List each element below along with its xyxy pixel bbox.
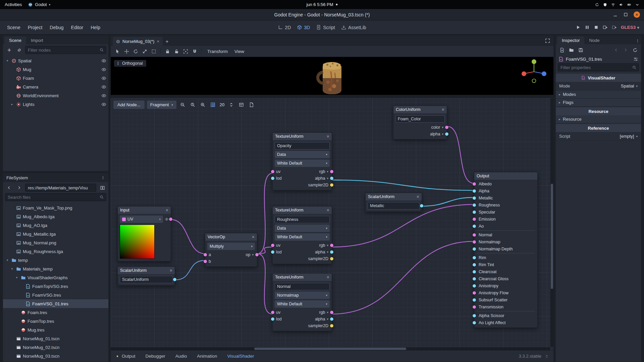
- graph-hscrollbar[interactable]: [111, 347, 550, 350]
- projection-label[interactable]: Orthogonal: [114, 60, 146, 67]
- visibility-toggle[interactable]: [101, 76, 106, 81]
- input-port[interactable]: [473, 270, 476, 274]
- nav-forward-button[interactable]: [15, 184, 23, 192]
- close-node-icon[interactable]: ×: [327, 275, 329, 280]
- output-port[interactable]: [255, 253, 259, 256]
- input-port[interactable]: [271, 250, 274, 254]
- preview-toggle-icon[interactable]: ▾: [327, 244, 328, 247]
- viewport-menu[interactable]: Transform: [204, 48, 231, 55]
- snap-spinner-icon[interactable]: [227, 101, 235, 109]
- preview-toggle-icon[interactable]: ▾: [442, 126, 443, 129]
- history-forward-button[interactable]: [622, 46, 630, 54]
- file-tree-row[interactable]: Mug_Albedo.tga: [3, 212, 108, 221]
- visibility-toggle[interactable]: [101, 102, 106, 107]
- chevron-down-icon[interactable]: [635, 3, 639, 7]
- property-section[interactable]: ▸ Modes: [556, 90, 641, 99]
- uniform-name-field[interactable]: Metallic: [368, 202, 420, 209]
- shader-node-output[interactable]: Output Albedo Alpha: [474, 172, 538, 328]
- instance-scene-button[interactable]: [15, 46, 23, 54]
- expand-arrow[interactable]: ▾: [5, 258, 10, 262]
- color-default-select[interactable]: White Default▾: [275, 300, 330, 308]
- file-tree-row[interactable]: FoamVSG.tres: [3, 291, 108, 299]
- scene-tree-row[interactable]: ▾ Spatial: [3, 56, 108, 65]
- rotate-tool-icon[interactable]: [131, 47, 140, 55]
- visibility-toggle[interactable]: [101, 67, 106, 72]
- scene-tree-row[interactable]: ▸ Lights: [3, 100, 108, 109]
- output-port[interactable]: [330, 317, 333, 321]
- bottom-panel-tab[interactable]: Audio: [175, 354, 187, 359]
- minimize-button[interactable]: [613, 12, 618, 17]
- texture-type-select[interactable]: Normalmap▾: [275, 292, 330, 299]
- file-tree-row[interactable]: NorseMug_03.tscn: [3, 352, 108, 360]
- bottom-panel-tab[interactable]: Debugger: [146, 354, 165, 359]
- hscroll-thumb[interactable]: [254, 348, 406, 350]
- file-tree-row[interactable]: Foam.tres: [3, 308, 108, 317]
- texture-type-select[interactable]: Data▾: [275, 151, 330, 158]
- close-tab-icon[interactable]: ×: [157, 39, 159, 44]
- scene-tree-row[interactable]: Camera: [3, 82, 108, 91]
- lock-icon[interactable]: [163, 47, 171, 55]
- input-port[interactable]: [473, 189, 476, 193]
- input-port[interactable]: [473, 240, 476, 244]
- input-port[interactable]: [271, 177, 274, 180]
- minimap-icon[interactable]: [237, 101, 245, 109]
- close-node-icon[interactable]: ×: [327, 208, 329, 213]
- menu-item[interactable]: Debug: [46, 23, 67, 32]
- add-node-button[interactable]: Add Node...: [113, 101, 145, 109]
- preview-toggle-icon[interactable]: ▾: [327, 250, 328, 254]
- file-tree-row[interactable]: NorseMug_02.tscn: [3, 343, 108, 352]
- close-node-icon[interactable]: ×: [170, 268, 172, 273]
- property-section[interactable]: ▸ Flags: [556, 99, 641, 107]
- input-source-select[interactable]: UV▾: [120, 216, 163, 223]
- input-port[interactable]: [271, 317, 274, 321]
- play-custom-scene-button[interactable]: [612, 25, 617, 30]
- file-tree-row[interactable]: Mug_Metallic.tga: [3, 230, 108, 238]
- menu-item[interactable]: Scene: [3, 23, 24, 32]
- color-default-select[interactable]: White Default▾: [275, 233, 330, 241]
- input-port[interactable]: [473, 291, 476, 295]
- new-resource-button[interactable]: [558, 46, 566, 54]
- color-default-select[interactable]: White Default▾: [275, 160, 330, 167]
- shader-node-color-uniform[interactable]: ColorUniform× Foam_Color color ▾: [393, 106, 447, 139]
- menu-item[interactable]: Project: [24, 23, 46, 32]
- output-port[interactable]: [330, 183, 333, 187]
- script-select[interactable]: [empty]▾: [620, 134, 638, 139]
- output-port[interactable]: [173, 278, 176, 281]
- close-node-icon[interactable]: ×: [327, 134, 329, 139]
- vscroll-thumb[interactable]: [551, 184, 553, 289]
- scene-tree-row[interactable]: WorldEnvironment: [3, 91, 108, 100]
- preview-toggle-icon[interactable]: ▾: [327, 170, 328, 173]
- operator-select[interactable]: Multiply▾: [207, 243, 255, 250]
- file-tree-row[interactable]: FoamTopVSG.tres: [3, 282, 108, 291]
- file-tree-row[interactable]: Mug_AO.tga: [3, 221, 108, 230]
- input-port[interactable]: [473, 210, 476, 214]
- add-node-button[interactable]: [5, 46, 13, 54]
- menu-item[interactable]: Help: [87, 23, 104, 32]
- output-port[interactable]: [445, 132, 448, 136]
- version-menu-icon[interactable]: [545, 354, 549, 358]
- input-port[interactable]: [271, 311, 274, 314]
- input-port[interactable]: [473, 247, 476, 251]
- shader-node-texture-uniform[interactable]: TextureUniform× Opacity Data▾ White Defa…: [272, 132, 332, 190]
- scene-tree-row[interactable]: Foam: [3, 74, 108, 82]
- axis-gizmo[interactable]: [520, 57, 548, 85]
- mode-select[interactable]: Spatial▾: [621, 83, 638, 88]
- move-tool-icon[interactable]: [122, 47, 130, 55]
- output-port[interactable]: [330, 324, 333, 327]
- input-port[interactable]: [204, 260, 207, 263]
- zoom-reset-icon[interactable]: [189, 101, 197, 109]
- current-path-input[interactable]: [28, 185, 94, 190]
- file-tree-row[interactable]: Mug_Roughness.tga: [3, 247, 108, 256]
- preview-toggle-icon[interactable]: ▾: [327, 311, 328, 314]
- system-clock[interactable]: jun 6 5:56 PM: [306, 2, 337, 7]
- snap-toggle-icon[interactable]: [209, 101, 217, 109]
- zoom-in-icon[interactable]: [199, 101, 207, 109]
- dock-tab[interactable]: Scene: [4, 37, 26, 44]
- file-tree-row[interactable]: ▾ VisualShaderGraphs: [3, 273, 108, 282]
- workspace-tab[interactable]: 3D: [297, 25, 310, 30]
- uniform-name-field[interactable]: Roughness: [275, 216, 330, 223]
- select-tool-icon[interactable]: [113, 47, 121, 55]
- output-port[interactable]: [330, 244, 333, 247]
- close-node-icon[interactable]: ×: [417, 194, 419, 199]
- bottom-panel-tab[interactable]: Output: [115, 354, 136, 359]
